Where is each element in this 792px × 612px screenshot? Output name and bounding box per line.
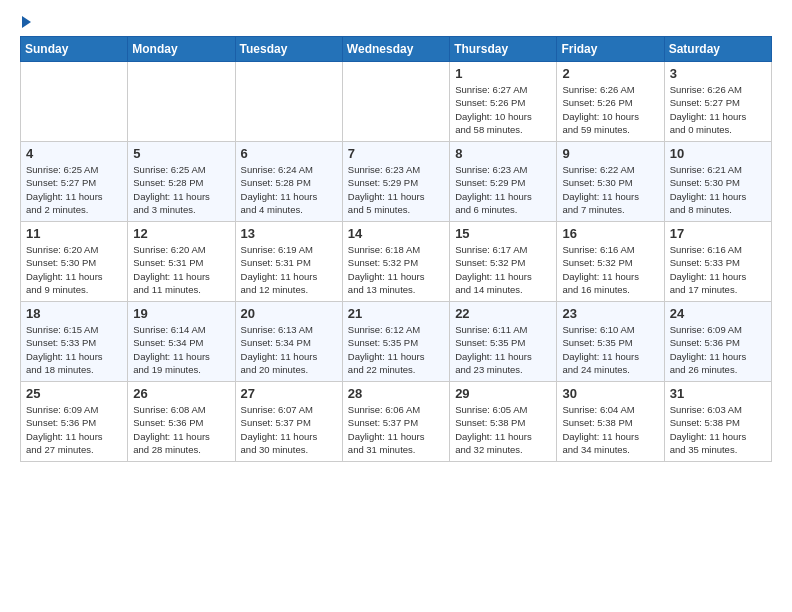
day-info: Sunrise: 6:25 AM Sunset: 5:28 PM Dayligh… [133, 163, 229, 216]
day-info: Sunrise: 6:23 AM Sunset: 5:29 PM Dayligh… [348, 163, 444, 216]
day-number: 15 [455, 226, 551, 241]
calendar-cell: 11Sunrise: 6:20 AM Sunset: 5:30 PM Dayli… [21, 222, 128, 302]
day-info: Sunrise: 6:09 AM Sunset: 5:36 PM Dayligh… [26, 403, 122, 456]
calendar-cell: 6Sunrise: 6:24 AM Sunset: 5:28 PM Daylig… [235, 142, 342, 222]
calendar-cell: 7Sunrise: 6:23 AM Sunset: 5:29 PM Daylig… [342, 142, 449, 222]
day-number: 22 [455, 306, 551, 321]
day-info: Sunrise: 6:21 AM Sunset: 5:30 PM Dayligh… [670, 163, 766, 216]
day-info: Sunrise: 6:13 AM Sunset: 5:34 PM Dayligh… [241, 323, 337, 376]
day-info: Sunrise: 6:10 AM Sunset: 5:35 PM Dayligh… [562, 323, 658, 376]
day-number: 11 [26, 226, 122, 241]
day-number: 10 [670, 146, 766, 161]
day-number: 18 [26, 306, 122, 321]
calendar-header-sunday: Sunday [21, 37, 128, 62]
calendar-cell: 14Sunrise: 6:18 AM Sunset: 5:32 PM Dayli… [342, 222, 449, 302]
day-number: 4 [26, 146, 122, 161]
calendar-cell: 20Sunrise: 6:13 AM Sunset: 5:34 PM Dayli… [235, 302, 342, 382]
calendar-cell: 10Sunrise: 6:21 AM Sunset: 5:30 PM Dayli… [664, 142, 771, 222]
day-info: Sunrise: 6:15 AM Sunset: 5:33 PM Dayligh… [26, 323, 122, 376]
day-number: 24 [670, 306, 766, 321]
day-number: 14 [348, 226, 444, 241]
day-number: 25 [26, 386, 122, 401]
day-info: Sunrise: 6:06 AM Sunset: 5:37 PM Dayligh… [348, 403, 444, 456]
day-number: 26 [133, 386, 229, 401]
calendar-cell [21, 62, 128, 142]
calendar-header-thursday: Thursday [450, 37, 557, 62]
calendar-cell: 1Sunrise: 6:27 AM Sunset: 5:26 PM Daylig… [450, 62, 557, 142]
day-info: Sunrise: 6:11 AM Sunset: 5:35 PM Dayligh… [455, 323, 551, 376]
day-info: Sunrise: 6:07 AM Sunset: 5:37 PM Dayligh… [241, 403, 337, 456]
day-info: Sunrise: 6:20 AM Sunset: 5:30 PM Dayligh… [26, 243, 122, 296]
day-number: 9 [562, 146, 658, 161]
calendar-week-2: 4Sunrise: 6:25 AM Sunset: 5:27 PM Daylig… [21, 142, 772, 222]
day-number: 6 [241, 146, 337, 161]
logo-icon [22, 16, 31, 28]
day-number: 21 [348, 306, 444, 321]
day-number: 13 [241, 226, 337, 241]
calendar-cell: 26Sunrise: 6:08 AM Sunset: 5:36 PM Dayli… [128, 382, 235, 462]
day-info: Sunrise: 6:03 AM Sunset: 5:38 PM Dayligh… [670, 403, 766, 456]
calendar-cell: 16Sunrise: 6:16 AM Sunset: 5:32 PM Dayli… [557, 222, 664, 302]
day-info: Sunrise: 6:17 AM Sunset: 5:32 PM Dayligh… [455, 243, 551, 296]
calendar-cell: 21Sunrise: 6:12 AM Sunset: 5:35 PM Dayli… [342, 302, 449, 382]
day-info: Sunrise: 6:16 AM Sunset: 5:32 PM Dayligh… [562, 243, 658, 296]
day-info: Sunrise: 6:26 AM Sunset: 5:27 PM Dayligh… [670, 83, 766, 136]
calendar-cell [128, 62, 235, 142]
day-info: Sunrise: 6:24 AM Sunset: 5:28 PM Dayligh… [241, 163, 337, 216]
calendar-cell: 3Sunrise: 6:26 AM Sunset: 5:27 PM Daylig… [664, 62, 771, 142]
day-number: 5 [133, 146, 229, 161]
calendar-cell: 18Sunrise: 6:15 AM Sunset: 5:33 PM Dayli… [21, 302, 128, 382]
calendar-cell: 5Sunrise: 6:25 AM Sunset: 5:28 PM Daylig… [128, 142, 235, 222]
calendar-header-monday: Monday [128, 37, 235, 62]
calendar-cell: 9Sunrise: 6:22 AM Sunset: 5:30 PM Daylig… [557, 142, 664, 222]
day-info: Sunrise: 6:19 AM Sunset: 5:31 PM Dayligh… [241, 243, 337, 296]
calendar-header-tuesday: Tuesday [235, 37, 342, 62]
calendar-cell: 23Sunrise: 6:10 AM Sunset: 5:35 PM Dayli… [557, 302, 664, 382]
day-number: 16 [562, 226, 658, 241]
calendar-cell: 2Sunrise: 6:26 AM Sunset: 5:26 PM Daylig… [557, 62, 664, 142]
calendar-cell: 17Sunrise: 6:16 AM Sunset: 5:33 PM Dayli… [664, 222, 771, 302]
day-number: 12 [133, 226, 229, 241]
day-info: Sunrise: 6:20 AM Sunset: 5:31 PM Dayligh… [133, 243, 229, 296]
day-info: Sunrise: 6:14 AM Sunset: 5:34 PM Dayligh… [133, 323, 229, 376]
day-number: 20 [241, 306, 337, 321]
day-number: 17 [670, 226, 766, 241]
calendar-cell: 24Sunrise: 6:09 AM Sunset: 5:36 PM Dayli… [664, 302, 771, 382]
calendar-week-3: 11Sunrise: 6:20 AM Sunset: 5:30 PM Dayli… [21, 222, 772, 302]
day-number: 30 [562, 386, 658, 401]
day-info: Sunrise: 6:22 AM Sunset: 5:30 PM Dayligh… [562, 163, 658, 216]
calendar-cell: 31Sunrise: 6:03 AM Sunset: 5:38 PM Dayli… [664, 382, 771, 462]
calendar-cell: 22Sunrise: 6:11 AM Sunset: 5:35 PM Dayli… [450, 302, 557, 382]
logo [20, 16, 31, 28]
day-info: Sunrise: 6:09 AM Sunset: 5:36 PM Dayligh… [670, 323, 766, 376]
calendar-cell: 28Sunrise: 6:06 AM Sunset: 5:37 PM Dayli… [342, 382, 449, 462]
day-number: 23 [562, 306, 658, 321]
calendar-body: 1Sunrise: 6:27 AM Sunset: 5:26 PM Daylig… [21, 62, 772, 462]
calendar-cell [342, 62, 449, 142]
day-info: Sunrise: 6:04 AM Sunset: 5:38 PM Dayligh… [562, 403, 658, 456]
calendar-header-friday: Friday [557, 37, 664, 62]
page-header [20, 16, 772, 28]
day-number: 31 [670, 386, 766, 401]
calendar-cell: 8Sunrise: 6:23 AM Sunset: 5:29 PM Daylig… [450, 142, 557, 222]
day-number: 27 [241, 386, 337, 401]
calendar-cell: 27Sunrise: 6:07 AM Sunset: 5:37 PM Dayli… [235, 382, 342, 462]
day-info: Sunrise: 6:25 AM Sunset: 5:27 PM Dayligh… [26, 163, 122, 216]
calendar-week-4: 18Sunrise: 6:15 AM Sunset: 5:33 PM Dayli… [21, 302, 772, 382]
calendar-cell: 30Sunrise: 6:04 AM Sunset: 5:38 PM Dayli… [557, 382, 664, 462]
day-number: 8 [455, 146, 551, 161]
day-info: Sunrise: 6:16 AM Sunset: 5:33 PM Dayligh… [670, 243, 766, 296]
calendar-cell [235, 62, 342, 142]
calendar-cell: 19Sunrise: 6:14 AM Sunset: 5:34 PM Dayli… [128, 302, 235, 382]
calendar-cell: 12Sunrise: 6:20 AM Sunset: 5:31 PM Dayli… [128, 222, 235, 302]
day-info: Sunrise: 6:26 AM Sunset: 5:26 PM Dayligh… [562, 83, 658, 136]
day-info: Sunrise: 6:12 AM Sunset: 5:35 PM Dayligh… [348, 323, 444, 376]
day-info: Sunrise: 6:08 AM Sunset: 5:36 PM Dayligh… [133, 403, 229, 456]
calendar-week-5: 25Sunrise: 6:09 AM Sunset: 5:36 PM Dayli… [21, 382, 772, 462]
calendar-header-saturday: Saturday [664, 37, 771, 62]
day-number: 29 [455, 386, 551, 401]
calendar-cell: 13Sunrise: 6:19 AM Sunset: 5:31 PM Dayli… [235, 222, 342, 302]
calendar-cell: 4Sunrise: 6:25 AM Sunset: 5:27 PM Daylig… [21, 142, 128, 222]
day-info: Sunrise: 6:27 AM Sunset: 5:26 PM Dayligh… [455, 83, 551, 136]
calendar-header-wednesday: Wednesday [342, 37, 449, 62]
